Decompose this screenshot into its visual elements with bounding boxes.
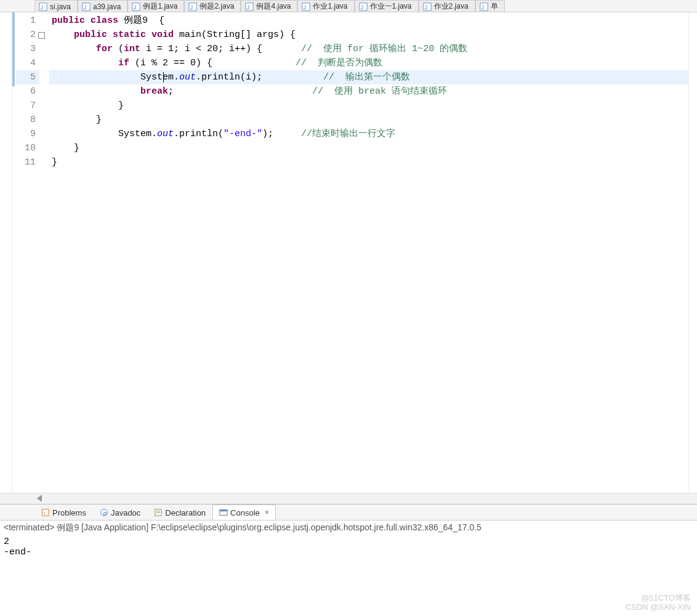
- tab-console[interactable]: Console ×: [212, 505, 276, 520]
- svg-rect-23: [156, 511, 161, 511]
- code-line[interactable]: for (int i = 1; i < 20; i++) { // 使用 for…: [49, 42, 688, 56]
- code-area[interactable]: public class 例题9 { public static void ma…: [49, 12, 688, 493]
- line-number: 8: [16, 113, 39, 127]
- text-cursor: [163, 72, 164, 83]
- code-line[interactable]: break; // 使用 break 语句结束循环: [49, 84, 688, 99]
- tab-label: 例题2.java: [199, 1, 234, 12]
- problems-icon: !: [41, 508, 50, 517]
- declaration-icon: [154, 508, 163, 517]
- code-editor[interactable]: 1 2 3 4 5 6 7 8 9 10 11 public class 例题9…: [0, 12, 697, 493]
- tab-javadoc[interactable]: @ Javadoc: [93, 505, 147, 520]
- tab-label: 作业2.java: [434, 1, 469, 12]
- code-line[interactable]: if (i % 2 == 0) { // 判断是否为偶数: [49, 56, 688, 70]
- bottom-panel: ! Problems @ Javadoc Declaration Console…: [0, 504, 697, 616]
- tab-label: 例题4.java: [256, 1, 291, 12]
- line-number: 7: [16, 99, 39, 113]
- editor-tab-bar: J si.java J a39.java J 例题1.java J 例题2.ja…: [0, 0, 697, 12]
- svg-text:J: J: [190, 4, 193, 10]
- line-number: 5: [16, 70, 39, 84]
- close-icon[interactable]: ×: [265, 508, 269, 517]
- java-file-icon: J: [480, 2, 488, 11]
- svg-text:J: J: [84, 4, 86, 10]
- tab-label: a39.java: [93, 2, 121, 11]
- java-file-icon: J: [245, 2, 254, 11]
- tab-label: Console: [230, 508, 260, 517]
- tab-label: 作业一1.java: [370, 1, 412, 12]
- java-file-icon: J: [39, 2, 47, 11]
- watermark: @51CTO博客 CSDN @SAN-XIN: [626, 593, 691, 612]
- svg-text:@: @: [102, 511, 107, 516]
- svg-text:J: J: [424, 4, 427, 10]
- fold-gutter: [39, 12, 49, 493]
- java-file-icon: J: [188, 2, 197, 11]
- java-file-icon: J: [82, 2, 91, 11]
- console-output[interactable]: 2 -end-: [0, 535, 697, 616]
- java-file-icon: J: [132, 2, 140, 11]
- console-status: <terminated> 例题9 [Java Application] F:\e…: [0, 521, 697, 535]
- svg-text:J: J: [304, 4, 306, 10]
- editor-tab[interactable]: J si.java: [34, 0, 78, 12]
- editor-tab[interactable]: J 例题2.java: [184, 0, 241, 12]
- tab-label: si.java: [50, 2, 71, 11]
- svg-text:J: J: [41, 4, 43, 10]
- line-gutter: 1 2 3 4 5 6 7 8 9 10 11: [16, 12, 39, 493]
- java-file-icon: J: [302, 2, 310, 11]
- scroll-left-icon[interactable]: [37, 495, 42, 502]
- line-number: 11: [16, 155, 39, 169]
- svg-rect-26: [220, 510, 227, 512]
- code-line[interactable]: public static void main(String[] args) {: [49, 28, 688, 42]
- bottom-tab-bar: ! Problems @ Javadoc Declaration Console…: [0, 505, 697, 521]
- editor-margin: [0, 12, 12, 493]
- line-number: 3: [16, 42, 39, 56]
- svg-rect-24: [156, 513, 161, 513]
- svg-text:!: !: [44, 511, 45, 516]
- editor-tab[interactable]: J 例题1.java: [127, 0, 184, 12]
- editor-tab[interactable]: J a39.java: [78, 0, 127, 12]
- line-number: 9: [16, 127, 39, 141]
- line-number: 6: [16, 84, 39, 99]
- editor-tab[interactable]: J 作业2.java: [419, 0, 475, 12]
- code-line[interactable]: }: [49, 113, 688, 127]
- java-file-icon: J: [423, 2, 432, 11]
- svg-rect-18: [42, 509, 49, 516]
- svg-text:J: J: [247, 4, 249, 10]
- console-icon: [219, 508, 228, 517]
- code-line[interactable]: }: [49, 141, 688, 155]
- svg-text:J: J: [134, 4, 136, 10]
- tab-label: Problems: [52, 508, 86, 517]
- javadoc-icon: @: [100, 508, 108, 517]
- line-number: 2: [16, 28, 39, 42]
- editor-tab[interactable]: J 例题4.java: [241, 0, 297, 12]
- svg-text:J: J: [481, 4, 483, 10]
- editor-tab[interactable]: J 作业一1.java: [355, 0, 419, 12]
- tab-declaration[interactable]: Declaration: [147, 505, 212, 520]
- overview-ruler[interactable]: [688, 12, 697, 493]
- tab-problems[interactable]: ! Problems: [34, 505, 93, 520]
- svg-text:J: J: [360, 4, 363, 10]
- editor-tab[interactable]: J 单: [475, 0, 505, 12]
- code-line[interactable]: System.out.println("-end-"); //结束时输出一行文字: [49, 127, 688, 141]
- editor-tab[interactable]: J 作业1.java: [297, 0, 354, 12]
- code-line[interactable]: }: [49, 155, 688, 169]
- line-number: 10: [16, 141, 39, 155]
- java-file-icon: J: [359, 2, 368, 11]
- line-number: 4: [16, 56, 39, 70]
- code-line-current[interactable]: System.out.println(i); // 输出第一个偶数: [49, 70, 688, 84]
- tab-label: 例题1.java: [143, 1, 177, 12]
- tab-label: 单: [491, 1, 498, 12]
- code-line[interactable]: public class 例题9 {: [49, 14, 688, 28]
- tab-label: 作业1.java: [313, 1, 347, 12]
- tab-label: Declaration: [165, 508, 206, 517]
- tab-label: Javadoc: [111, 508, 140, 517]
- code-line[interactable]: }: [49, 99, 688, 113]
- horizontal-scrollbar[interactable]: [0, 493, 697, 504]
- line-number: 1: [16, 14, 39, 28]
